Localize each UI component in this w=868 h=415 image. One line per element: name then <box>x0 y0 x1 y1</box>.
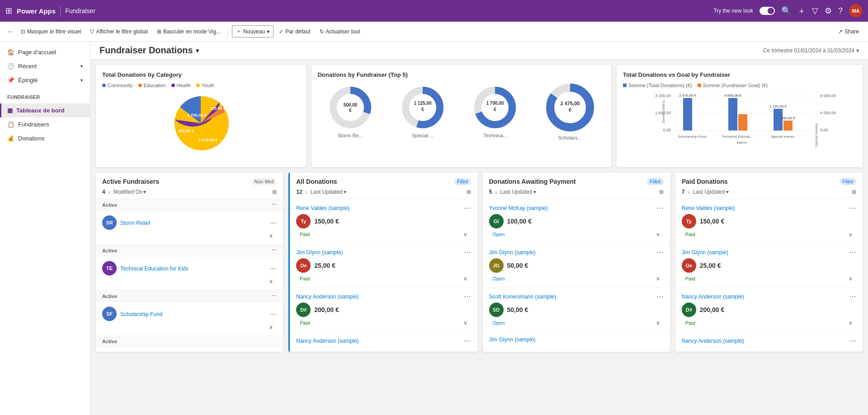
pin-icon: 📌 <box>7 77 14 84</box>
avatar-sf: SF <box>102 307 117 321</box>
item-chevron-icon-2[interactable]: ∨ <box>269 278 273 284</box>
paid-count: 7 <box>682 189 685 195</box>
awaiting-chevron-2[interactable]: ∨ <box>656 275 660 282</box>
item-menu-aw-1[interactable]: ⋯ <box>656 204 664 212</box>
settings-icon[interactable]: ⚙ <box>825 6 832 16</box>
help-icon[interactable]: ? <box>838 6 843 16</box>
mask-filter-button[interactable]: ⊡ Masquer le filtre visuel <box>17 27 85 37</box>
sidebar-item-home[interactable]: 🏠 Page d'accueil <box>0 45 90 59</box>
donut-scholars: 2 475,00 € Scholars... <box>545 83 595 140</box>
avatar-te: TE <box>102 261 117 275</box>
item-menu-pd-3[interactable]: ⋯ <box>849 292 856 301</box>
sidebar-item-pinned[interactable]: 📌 Épinglé ▾ <box>0 73 90 87</box>
awaiting-view-toggle-icon[interactable]: ⊞ <box>659 189 664 195</box>
item-menu-aw-2[interactable]: ⋯ <box>656 248 664 256</box>
section-menu-icon-3[interactable]: ⋯ <box>272 293 277 299</box>
paid-view-toggle-icon[interactable]: ⊞ <box>852 189 856 195</box>
item-chevron-icon[interactable]: ∨ <box>269 233 273 239</box>
fundraiser-link-technical[interactable]: Technical Education for Kids <box>120 266 189 272</box>
avatar-ty-pd: Ty <box>682 214 696 228</box>
donation-chevron-1[interactable]: ∨ <box>463 231 467 238</box>
grid-icon[interactable]: ⊞ <box>5 6 12 16</box>
user-avatar[interactable]: MA <box>849 4 863 18</box>
list-item: TE Technical Education for Kids ⋯ ∨ <box>96 256 283 290</box>
search-icon[interactable]: 🔍 <box>781 6 791 16</box>
all-donations-sort-field[interactable]: Last Updated ▾ <box>311 189 346 195</box>
paid-chevron-2[interactable]: ∨ <box>849 275 853 282</box>
item-menu-icon-3[interactable]: ⋯ <box>269 310 277 318</box>
svg-rect-29 <box>683 98 692 131</box>
svg-text:2 475,00: 2 475,00 <box>560 101 580 106</box>
pinned-chevron-icon: ▾ <box>80 78 83 83</box>
svg-text:Special events: Special events <box>771 135 794 139</box>
awaiting-link-scott[interactable]: Scott Konersmann (sample) <box>489 294 557 300</box>
item-chevron-icon-3[interactable]: ∨ <box>269 324 273 330</box>
awaiting-chevron-1[interactable]: ∨ <box>656 231 660 238</box>
section-menu-icon[interactable]: ⋯ <box>272 202 277 208</box>
active-sort-field[interactable]: Modified On ▾ <box>113 189 146 195</box>
section-menu-icon-2[interactable]: ⋯ <box>272 247 277 253</box>
donation-link-rene[interactable]: Rene Valdes (sample) <box>296 205 349 211</box>
item-menu-icon-2[interactable]: ⋯ <box>269 264 277 273</box>
sidebar-item-fundraisers[interactable]: 📋 Fundraisers <box>0 117 90 131</box>
item-menu-all-1[interactable]: ⋯ <box>464 204 471 212</box>
svg-text:1 125,00 €: 1 125,00 € <box>769 104 787 108</box>
avatar-ty-1: Ty <box>296 214 311 228</box>
awaiting-chevron-3[interactable]: ∨ <box>656 320 660 326</box>
donation-chevron-3[interactable]: ∨ <box>463 320 467 326</box>
donation-link-nancy-1[interactable]: Nancy Anderson (sample) <box>296 294 359 300</box>
avatar-oe-1: Oe <box>296 258 311 273</box>
all-donations-card: All Donations Filtré 12 ↓ Last Updated ▾… <box>288 173 477 352</box>
sidebar-item-tableaux[interactable]: ▦ Tableaux de bord <box>0 103 90 117</box>
paid-link-nancy[interactable]: Nancy Anderson (sample) <box>682 294 744 300</box>
filter-icon[interactable]: ▽ <box>812 6 818 16</box>
all-donations-header: All Donations Filtré 12 ↓ Last Updated ▾… <box>290 173 477 199</box>
item-menu-all-4[interactable]: ⋯ <box>464 336 471 345</box>
svg-text:€: € <box>494 107 497 112</box>
clock-icon: 🕐 <box>7 63 14 70</box>
item-menu-aw-3[interactable]: ⋯ <box>656 292 664 301</box>
share-button[interactable]: ↗ Share <box>835 27 863 37</box>
new-button[interactable]: ＋ Nouveau ▾ <box>232 25 274 37</box>
awaiting-sort-field[interactable]: Last Updated ▾ <box>500 189 536 195</box>
awaiting-link-jim[interactable]: Jim Glynn (sample) <box>489 249 536 256</box>
back-button[interactable]: ← <box>5 26 15 37</box>
item-menu-all-2[interactable]: ⋯ <box>464 248 471 256</box>
paid-sort-field[interactable]: Last Updated ▾ <box>693 189 728 195</box>
refresh-button[interactable]: ↻ Actualiser tout <box>316 27 364 37</box>
sort-chevron-icon-2: ▾ <box>344 189 346 195</box>
awaiting-count: 5 <box>489 189 492 195</box>
paid-chevron-3[interactable]: ∨ <box>849 320 853 326</box>
paid-link-jim[interactable]: Jim Glynn (sample) <box>682 249 728 256</box>
date-range[interactable]: Ce trimestre 01/01/2024 à 31/03/2024 ▾ <box>763 47 859 54</box>
paid-chevron-1[interactable]: ∨ <box>849 231 853 238</box>
sidebar-item-recent[interactable]: 🕐 Récent ▾ <box>0 59 90 73</box>
item-menu-pd-1[interactable]: ⋯ <box>849 204 856 212</box>
list-view-toggle-icon[interactable]: ⊞ <box>272 189 277 195</box>
page-title-chevron-icon[interactable]: ▾ <box>196 47 199 54</box>
all-donations-view-toggle-icon[interactable]: ⊞ <box>467 189 471 195</box>
fundraiser-link-scholarship[interactable]: Scholarship Fund <box>120 311 162 317</box>
paid-link-rene[interactable]: Rene Valdes (sample) <box>682 205 735 211</box>
item-menu-pd-4[interactable]: ⋯ <box>849 336 856 345</box>
donation-link-jim-1[interactable]: Jim Glynn (sample) <box>296 249 343 256</box>
show-global-filter-button[interactable]: ▽ Afficher le filtre global <box>86 27 151 37</box>
donation-link-nancy-2[interactable]: Nancy Anderson (sample) <box>296 338 359 344</box>
switch-mode-button[interactable]: ⊞ Basculer en mode Vig... <box>153 27 224 37</box>
add-icon[interactable]: ＋ <box>797 5 806 16</box>
donations-icon: 💰 <box>7 135 14 142</box>
sidebar-item-donations[interactable]: 💰 Donations <box>0 131 90 145</box>
paid-link-nancy-2[interactable]: Nancy Anderson (sample) <box>682 338 744 344</box>
fundraiser-link-storm-relief[interactable]: Storm Relief <box>120 220 150 226</box>
try-new-look-toggle[interactable] <box>760 7 775 15</box>
item-menu-icon[interactable]: ⋯ <box>269 219 277 227</box>
item-menu-pd-2[interactable]: ⋯ <box>849 248 856 256</box>
filter-funnel-icon: ▽ <box>90 28 94 35</box>
item-menu-all-3[interactable]: ⋯ <box>464 292 471 301</box>
paid-donations-title: Paid Donations <box>682 178 728 185</box>
awaiting-link-yvonne[interactable]: Yvonne McKay (sample) <box>489 205 548 211</box>
legend-education: Education <box>138 83 166 88</box>
donation-chevron-2[interactable]: ∨ <box>463 275 467 282</box>
awaiting-link-jim-2[interactable]: Jim Glynn (sample) <box>489 336 536 343</box>
default-button[interactable]: ✓ Par défaut <box>275 27 314 37</box>
